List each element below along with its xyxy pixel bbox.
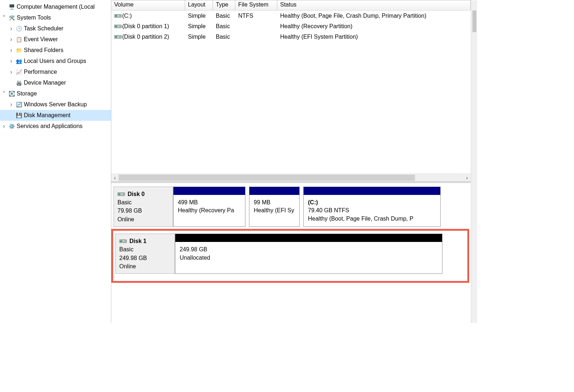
partition-size: 499 MB [178,199,241,206]
volume-layout: Simple [185,13,213,19]
tree-shared-folders[interactable]: › 📁 Shared Folders [0,45,111,56]
navigation-tree[interactable]: ▾ 🖥️ Computer Management (Local ˅ 🛠️ Sys… [0,0,111,323]
col-header-volume[interactable]: Volume [111,0,185,10]
col-header-layout[interactable]: Layout [185,0,213,10]
col-header-status[interactable]: Status [277,0,471,10]
volume-layout: Simple [185,34,213,40]
svg-rect-13 [120,240,122,242]
col-header-fs[interactable]: File System [235,0,277,10]
tree-server-backup[interactable]: › 🔄 Windows Server Backup [0,99,111,110]
svg-point-8 [120,36,121,37]
volume-fs: NTFS [235,13,277,19]
disk-state: Online [117,215,169,223]
volume-list[interactable]: Volume Layout Type File System Status (C… [111,0,471,182]
col-header-type[interactable]: Type [213,0,235,10]
horizontal-scrollbar[interactable]: ‹ › [111,174,471,182]
svg-rect-10 [118,193,120,195]
disk-size: 79.98 GB [117,206,169,215]
partition-volume-name: (C:) [308,199,436,206]
tree-system-tools[interactable]: ˅ 🛠️ System Tools [0,12,111,23]
disk-label[interactable]: Disk 1Basic249.98 GBOnline [115,234,175,274]
scroll-thumb[interactable] [119,175,415,181]
shared-folders-icon: 📁 [15,47,22,54]
partition-color-bar [249,187,299,195]
tree-device-manager[interactable]: › 🖨️ Device Manager [0,77,111,88]
computer-management-icon: 🖥️ [8,3,15,10]
services-icon: ⚙️ [8,123,15,130]
tree-root[interactable]: ▾ 🖥️ Computer Management (Local [0,1,111,12]
tree-local-users[interactable]: › 👥 Local Users and Groups [0,56,111,67]
svg-point-5 [120,26,121,27]
svg-point-2 [120,15,121,16]
services-label: Services and Applications [17,123,82,129]
disk-map-panel: Disk 0Basic79.98 GBOnline499 MBHealthy (… [111,182,471,323]
partition-size: 99 MB [254,199,295,206]
disk-type: Basic [117,198,169,206]
tree-performance[interactable]: › 📈 Performance [0,67,111,77]
storage-label: Storage [17,90,37,97]
volume-name: (Disk 0 partition 2) [122,34,169,40]
volume-name: (C:) [122,13,132,19]
volume-row[interactable]: (Disk 0 partition 2)SimpleBasicHealthy (… [111,31,471,42]
partition[interactable]: 99 MBHealthy (EFI Sy [249,187,300,227]
drive-icon [117,192,125,197]
partition-status: Unallocated [180,254,438,262]
task-scheduler-icon: 🕒 [15,25,22,32]
event-viewer-icon: 📋 [15,36,22,43]
tree-disk-management[interactable]: › 💾 Disk Management [0,110,111,121]
highlight-annotation: Disk 1Basic249.98 GBOnline249.98 GBUnall… [111,229,469,283]
svg-point-11 [123,193,124,195]
svg-point-14 [125,240,126,242]
system-tools-icon: 🛠️ [8,14,15,21]
disk-size: 249.98 GB [119,254,171,262]
partition-status: Healthy (Recovery Pa [178,206,241,214]
scroll-left-icon[interactable]: ‹ [111,174,119,182]
disk-name: Disk 1 [129,237,146,245]
unallocated-region[interactable]: 249.98 GBUnallocated [175,234,442,274]
volume-type: Basic [213,13,235,19]
backup-icon: 🔄 [15,101,22,108]
volume-status: Healthy (Recovery Partition) [277,23,471,30]
disk-row[interactable]: Disk 1Basic249.98 GBOnline249.98 GBUnall… [115,234,465,274]
partition-size: 249.98 GB [180,246,438,253]
tree-storage[interactable]: ˅ 💽 Storage [0,88,111,99]
volume-status: Healthy (EFI System Partition) [277,34,471,40]
partition-size: 79.40 GB NTFS [308,206,436,214]
volume-name: (Disk 0 partition 1) [122,23,169,30]
disk-row[interactable]: Disk 0Basic79.98 GBOnline499 MBHealthy (… [113,187,468,227]
partition-color-bar [174,187,245,195]
volume-list-header[interactable]: Volume Layout Type File System Status [111,0,471,10]
volume-type: Basic [213,23,235,30]
partition-status: Healthy (EFI Sy [254,206,295,214]
svg-rect-1 [115,15,117,17]
users-icon: 👥 [15,57,22,65]
drive-icon [114,13,122,18]
partition[interactable]: 499 MBHealthy (Recovery Pa [173,187,245,227]
performance-icon: 📈 [15,68,22,76]
partition-status: Healthy (Boot, Page File, Crash Dump, P [308,215,436,223]
tree-root-label: Computer Management (Local [17,4,95,10]
partition[interactable]: (C:)79.40 GB NTFSHealthy (Boot, Page Fil… [303,187,441,227]
tree-task-scheduler[interactable]: › 🕒 Task Scheduler [0,23,111,34]
vertical-scrollbar[interactable] [471,0,477,323]
volume-type: Basic [213,34,235,40]
disk-management-icon: 💾 [15,112,22,119]
volume-status: Healthy (Boot, Page File, Crash Dump, Pr… [277,13,471,19]
svg-rect-7 [115,36,117,38]
tree-event-viewer[interactable]: › 📋 Event Viewer [0,34,111,45]
drive-icon [119,239,127,244]
disk-name: Disk 0 [128,190,145,198]
disk-type: Basic [119,245,171,253]
tree-services-apps[interactable]: › ⚙️ Services and Applications [0,121,111,132]
svg-rect-4 [115,26,117,27]
partition-color-bar [175,234,442,242]
partition-color-bar [304,187,440,195]
scroll-right-icon[interactable]: › [463,174,471,182]
volume-row[interactable]: (C:)SimpleBasicNTFSHealthy (Boot, Page F… [111,10,471,21]
system-tools-label: System Tools [17,14,51,21]
volume-layout: Simple [185,23,213,30]
disk-label[interactable]: Disk 0Basic79.98 GBOnline [113,187,173,227]
disk-state: Online [119,262,171,270]
device-manager-icon: 🖨️ [15,79,22,86]
volume-row[interactable]: (Disk 0 partition 1)SimpleBasicHealthy (… [111,21,471,31]
